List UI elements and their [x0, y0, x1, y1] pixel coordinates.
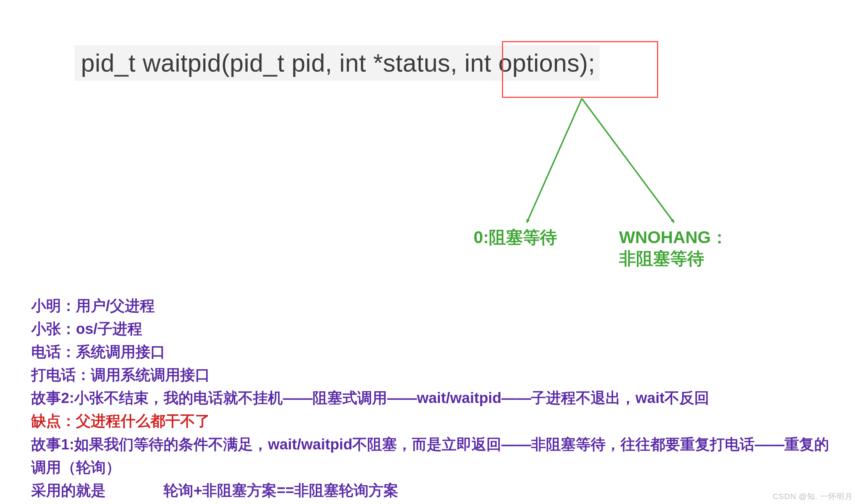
note-line-9: 优点：当我们进行等待的过程中，可以顺便做一下自己的占据时间并不多的事情	[31, 502, 834, 504]
note-line-4: 打电话：调用系统调用接口	[31, 363, 834, 386]
highlight-box-int-options	[502, 41, 658, 98]
note-line-8: 采用的就是 轮询+非阻塞方案==非阻塞轮询方案	[31, 479, 834, 502]
note-line-6: 缺点：父进程什么都干不了	[31, 409, 834, 432]
label-wnohang-line2: 非阻塞等待	[619, 249, 704, 268]
note-line-2: 小张：os/子进程	[31, 317, 834, 340]
label-wnohang: WNOHANG： 非阻塞等待	[619, 227, 728, 269]
explanation-notes: 小明：用户/父进程 小张：os/子进程 电话：系统调用接口 打电话：调用系统调用…	[31, 294, 834, 504]
note-line-5: 故事2:小张不结束，我的电话就不挂机——阻塞式调用——wait/waitpid—…	[31, 386, 834, 409]
watermark: CSDN @知. 一怀明月	[773, 491, 853, 502]
note-line-8b: 轮询+非阻塞方案==非阻塞轮询方案	[164, 482, 398, 499]
note-line-3: 电话：系统调用接口	[31, 340, 834, 363]
arrow-to-wnohang	[582, 99, 674, 223]
label-wnohang-line1: WNOHANG：	[619, 228, 728, 247]
note-line-1: 小明：用户/父进程	[31, 294, 834, 317]
label-zero-blocking: 0:阻塞等待	[474, 227, 557, 248]
note-line-7: 故事1:如果我们等待的条件不满足，wait/waitpid不阻塞，而是立即返回—…	[31, 433, 834, 479]
arrow-to-zero	[527, 99, 582, 223]
note-line-8a: 采用的就是	[31, 482, 106, 499]
